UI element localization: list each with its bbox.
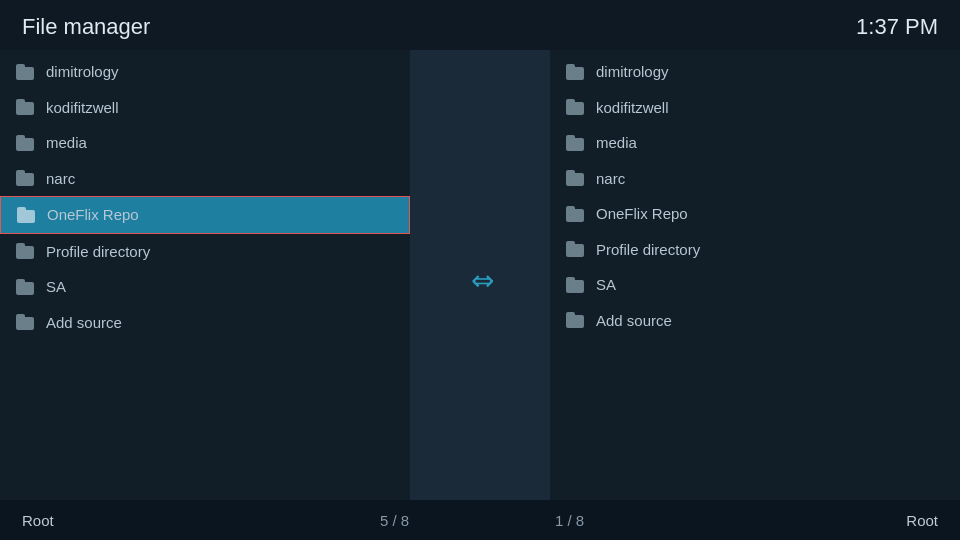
- right-list-item[interactable]: media: [550, 125, 960, 161]
- item-label: kodifitzwell: [46, 98, 119, 118]
- footer: Root 5 / 8 1 / 8 Root: [0, 500, 960, 540]
- left-list-item[interactable]: SA: [0, 269, 410, 305]
- item-label: Add source: [596, 311, 672, 331]
- folder-icon: [16, 135, 36, 151]
- clock: 1:37 PM: [856, 14, 938, 40]
- item-label: Add source: [46, 313, 122, 333]
- right-list-item[interactable]: dimitrology: [550, 54, 960, 90]
- folder-icon: [566, 64, 586, 80]
- main-content: dimitrologykodifitzwellmedianarcOneFlix …: [0, 50, 960, 510]
- folder-icon: [566, 312, 586, 328]
- footer-left-pagination: 5 / 8: [380, 512, 409, 529]
- folder-icon: [16, 243, 36, 259]
- item-label: media: [46, 133, 87, 153]
- folder-icon: [566, 170, 586, 186]
- right-panel: dimitrologykodifitzwellmedianarcOneFlix …: [550, 50, 960, 510]
- left-list-item[interactable]: Profile directory: [0, 234, 410, 270]
- item-label: kodifitzwell: [596, 98, 669, 118]
- left-list-item[interactable]: Add source: [0, 305, 410, 341]
- footer-right-label: Root: [906, 512, 938, 529]
- left-list-item[interactable]: dimitrology: [0, 54, 410, 90]
- header: File manager 1:37 PM: [0, 0, 960, 50]
- item-label: SA: [46, 277, 66, 297]
- folder-icon: [566, 135, 586, 151]
- folder-icon: [566, 277, 586, 293]
- right-list-item[interactable]: OneFlix Repo: [550, 196, 960, 232]
- item-label: SA: [596, 275, 616, 295]
- item-label: narc: [46, 169, 75, 189]
- item-label: dimitrology: [596, 62, 669, 82]
- folder-icon: [566, 241, 586, 257]
- folder-icon: [16, 279, 36, 295]
- left-list-item[interactable]: OneFlix Repo: [0, 196, 410, 234]
- left-panel: dimitrologykodifitzwellmedianarcOneFlix …: [0, 50, 410, 510]
- right-list-item[interactable]: SA: [550, 267, 960, 303]
- item-label: dimitrology: [46, 62, 119, 82]
- folder-icon: [16, 99, 36, 115]
- footer-right-pagination: 1 / 8: [555, 512, 584, 529]
- left-list-item[interactable]: media: [0, 125, 410, 161]
- right-list-item[interactable]: narc: [550, 161, 960, 197]
- folder-icon: [16, 314, 36, 330]
- folder-icon: [17, 207, 37, 223]
- left-list-item[interactable]: narc: [0, 161, 410, 197]
- folder-icon: [566, 206, 586, 222]
- transfer-arrows-icon: ⇔: [471, 264, 490, 297]
- right-list-item[interactable]: Add source: [550, 303, 960, 339]
- folder-icon: [16, 64, 36, 80]
- left-list-item[interactable]: kodifitzwell: [0, 90, 410, 126]
- footer-left-label: Root: [22, 512, 222, 529]
- item-label: Profile directory: [596, 240, 700, 260]
- right-list-item[interactable]: kodifitzwell: [550, 90, 960, 126]
- center-panel: ⇔: [410, 50, 550, 510]
- right-list-item[interactable]: Profile directory: [550, 232, 960, 268]
- item-label: Profile directory: [46, 242, 150, 262]
- item-label: media: [596, 133, 637, 153]
- item-label: OneFlix Repo: [596, 204, 688, 224]
- folder-icon: [566, 99, 586, 115]
- page-title: File manager: [22, 14, 150, 40]
- item-label: narc: [596, 169, 625, 189]
- folder-icon: [16, 170, 36, 186]
- item-label: OneFlix Repo: [47, 205, 139, 225]
